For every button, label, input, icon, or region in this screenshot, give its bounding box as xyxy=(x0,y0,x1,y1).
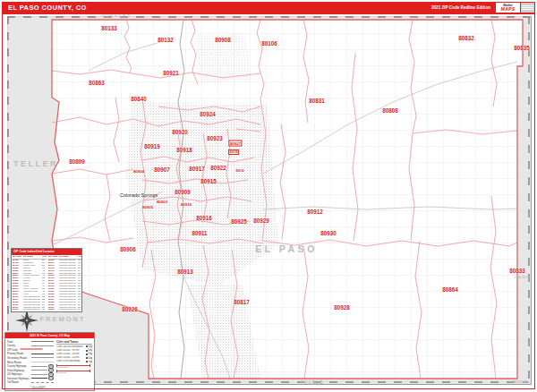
cities-header: Cities and Towns xyxy=(56,340,92,345)
edition-badge xyxy=(521,3,534,13)
marketmaps-logo: Market MAPS xyxy=(496,3,520,13)
zip-index-table: ZIP CodeZIP NameGrid80106ElbertE180132Mo… xyxy=(12,255,81,311)
ruler-top xyxy=(7,16,530,18)
county-map xyxy=(7,16,532,385)
zip-index-row: 80928Colorado SpringsE5 xyxy=(48,309,82,311)
ruler-right xyxy=(528,16,530,383)
page-title: EL PASO COUNTY, CO xyxy=(8,4,87,12)
zip-index-panel: ZIP Code Index/Grid Locator ZIP CodeZIP … xyxy=(11,248,82,312)
map-legend-panel: 2021 El Paso County, CO Map StateCountyZ… xyxy=(4,332,95,391)
scalebar-miles-label: 0 2.5 5 Miles xyxy=(56,366,92,369)
ruler-left xyxy=(7,16,9,383)
scalebar-km-label: 0 2.5 5 Km xyxy=(56,371,92,374)
legend-item: Toll Roads xyxy=(7,380,54,385)
map-canvas xyxy=(8,17,531,384)
zip-index-row: 80908Colorado SpringsC1 xyxy=(13,309,47,311)
logo-text-bottom: MAPS xyxy=(500,7,515,12)
title-banner: EL PASO COUNTY, CO 2021 ZIP Code Redline… xyxy=(2,2,535,14)
legend-city-item: Cities 9,999 and belowcity xyxy=(56,360,92,363)
map-page: EL PASO COUNTY, CO 2021 ZIP Code Redline… xyxy=(0,0,537,392)
copyright-text: © MarketMAPS xyxy=(30,387,46,389)
scalebar-km xyxy=(56,371,90,371)
legend-cities-column: Cities and Towns Cities 100,000 and abov… xyxy=(56,340,92,385)
zip-index-title: ZIP Code Index/Grid Locator xyxy=(12,249,81,255)
edition-label: 2021 ZIP Code Redline Edition xyxy=(431,5,490,10)
scalebar-miles xyxy=(56,365,90,366)
legend-symbols-column: StateCountyZIP CodePrimary RoadsSecondar… xyxy=(7,340,54,385)
